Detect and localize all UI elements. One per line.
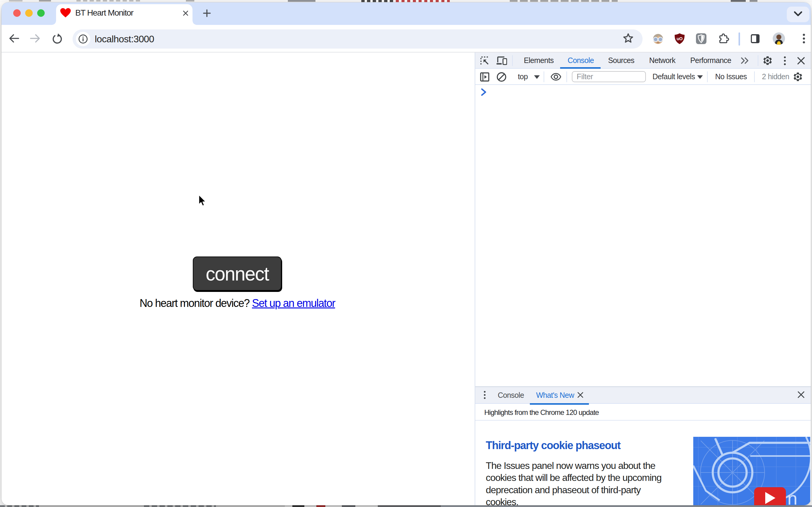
svg-text:uO: uO [677, 36, 682, 41]
svg-text:n: n [788, 489, 797, 505]
